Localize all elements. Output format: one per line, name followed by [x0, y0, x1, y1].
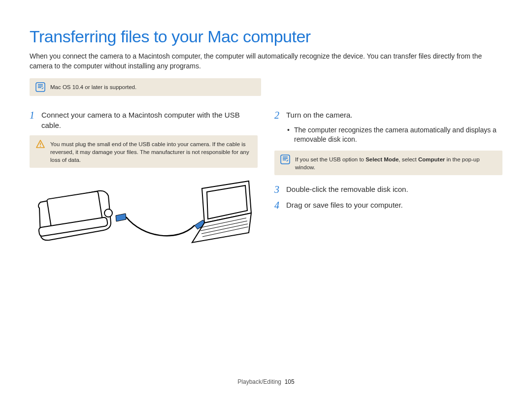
usb-note-box: If you set the USB option to Select Mode…: [274, 151, 502, 175]
svg-point-2: [40, 146, 41, 147]
page-footer: Playback/Editing 105: [0, 378, 532, 385]
usb-note-text: If you set the USB option to Select Mode…: [295, 154, 497, 171]
warning-icon: [35, 139, 45, 149]
intro-paragraph: When you connect the camera to a Macinto…: [30, 51, 502, 71]
right-column: 2 Turn on the camera. • The computer rec…: [274, 110, 502, 257]
manual-page: Transferring files to your Mac computer …: [0, 0, 532, 401]
step-number: 1: [30, 110, 36, 121]
content-columns: 1 Connect your camera to a Macintosh com…: [30, 110, 502, 257]
left-column: 1 Connect your camera to a Macintosh com…: [30, 110, 258, 257]
top-note-box: Mac OS 10.4 or later is supported.: [30, 78, 261, 96]
bullet-dot: •: [287, 125, 290, 145]
top-note-text: Mac OS 10.4 or later is supported.: [50, 82, 255, 91]
step-2-bullet: • The computer recognizes the camera aut…: [287, 125, 502, 145]
svg-point-4: [104, 209, 112, 217]
step-3: 3 Double-click the removable disk icon.: [274, 184, 502, 195]
connection-illustration: [30, 179, 256, 257]
warning-box: You must plug the small end of the USB c…: [30, 135, 258, 168]
footer-page-number: 105: [285, 378, 295, 385]
svg-rect-12: [281, 155, 290, 164]
note-icon: [280, 154, 290, 164]
svg-marker-6: [116, 214, 126, 221]
step-text: Double-click the removable disk icon.: [286, 184, 408, 194]
step-text: Connect your camera to a Macintosh compu…: [41, 110, 258, 130]
step-text: Drag or save files to your computer.: [286, 200, 403, 210]
page-title: Transferring files to your Mac computer: [30, 27, 502, 46]
step-1: 1 Connect your camera to a Macintosh com…: [30, 110, 258, 130]
step-2: 2 Turn on the camera.: [274, 110, 502, 121]
step-number: 2: [274, 110, 281, 121]
svg-rect-0: [36, 83, 45, 92]
warning-text: You must plug the small end of the USB c…: [50, 139, 252, 164]
step-number: 3: [274, 184, 281, 195]
bullet-text: The computer recognizes the camera autom…: [294, 125, 502, 145]
footer-section: Playback/Editing: [237, 378, 281, 385]
step-text: Turn on the camera.: [286, 110, 353, 120]
step-number: 4: [274, 200, 281, 211]
step-4: 4 Drag or save files to your computer.: [274, 200, 502, 211]
note-icon: [35, 82, 45, 92]
